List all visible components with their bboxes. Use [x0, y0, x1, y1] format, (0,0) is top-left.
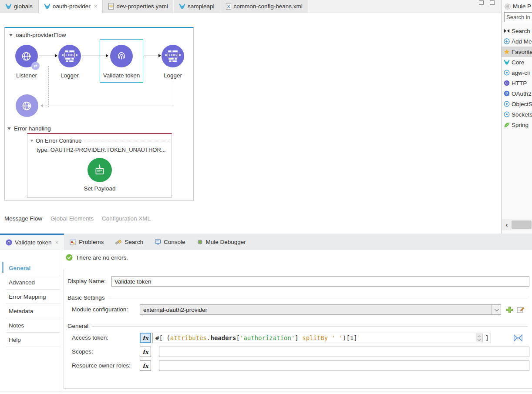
node-validate-token[interactable]	[110, 45, 133, 67]
node-set-payload[interactable]	[88, 158, 112, 182]
minimize-view-icon[interactable]	[479, 0, 484, 5]
bottom-tab-label: Mule Debugger	[206, 239, 246, 245]
add-config-button[interactable]	[505, 305, 514, 314]
nav-item-metadata[interactable]: Metadata	[6, 304, 61, 318]
resource-owner-roles-label: Resource owner roles:	[72, 361, 131, 371]
palette-item-sockets[interactable]: Sockets	[502, 109, 532, 120]
message-flow-canvas[interactable]: oauth-providerFlow ⇄ Listener LOG Logger…	[0, 13, 501, 234]
palette-item-label: Add Me	[512, 38, 532, 45]
node-response-listener[interactable]	[16, 94, 38, 117]
palette-item-spring[interactable]: Spring	[502, 120, 532, 130]
tab-global-elements[interactable]: Global Elements	[51, 215, 94, 222]
node-logger-2[interactable]: LOG	[162, 45, 184, 67]
tab-console[interactable]: Console	[149, 234, 191, 250]
tab-validate-token[interactable]: Validate token ×	[0, 234, 64, 250]
nav-item-general[interactable]: General	[6, 261, 61, 275]
module-icon	[504, 101, 510, 107]
dataweave-transform-icon[interactable]	[513, 333, 523, 343]
module-configuration-select[interactable]: external-oauth2-provider	[140, 304, 501, 315]
editor-tab-bar: globals oauth-provider × dev-properties.…	[0, 0, 501, 13]
scopes-input[interactable]	[159, 347, 529, 357]
palette-item-label: Favorite	[512, 49, 532, 55]
maximize-view-icon[interactable]	[490, 0, 495, 5]
scroll-left-icon[interactable]: ‹	[502, 219, 512, 230]
error-type-line: type: OAUTH2-PROVIDER:TOKEN_UNAUTHOR...	[37, 147, 166, 153]
node-label: Logger	[46, 72, 94, 79]
tab-message-flow[interactable]: Message Flow	[4, 215, 42, 222]
dotted-rule	[84, 141, 169, 141]
error-handling-header[interactable]: Error handling	[7, 125, 51, 132]
palette-item-search-exchange[interactable]: Search in	[502, 26, 532, 36]
resource-owner-roles-input[interactable]	[159, 361, 529, 371]
response-connector-line	[173, 83, 173, 106]
chevron-down-icon[interactable]	[491, 305, 501, 314]
editor-tab-globals[interactable]: globals	[0, 0, 38, 13]
collapse-triangle-icon[interactable]	[30, 140, 33, 142]
palette-item-oauth2[interactable]: OAuth2	[502, 88, 532, 99]
properties-nav: General Advanced Error Mapping Metadata …	[0, 250, 62, 394]
expression-spinner[interactable]	[476, 334, 483, 342]
palette-horizontal-scrollbar[interactable]: ‹	[502, 219, 532, 230]
display-name-input[interactable]	[111, 276, 529, 287]
mule-icon	[44, 3, 51, 10]
expression-text: #[ (attributes.headers['authorization'] …	[155, 334, 476, 341]
close-icon[interactable]: ×	[94, 3, 98, 10]
group-label: General	[67, 323, 88, 329]
http-module-icon	[504, 80, 510, 86]
fx-toggle-resource-owner-roles[interactable]: fx	[140, 361, 151, 371]
check-icon	[66, 254, 73, 261]
on-error-continue-header[interactable]: On Error Continue	[30, 137, 169, 144]
editor-tab-oauth-provider[interactable]: oauth-provider ×	[38, 0, 103, 13]
node-logger-1[interactable]: LOG	[58, 45, 81, 67]
editor-tab-sampleapi[interactable]: sampleapi	[174, 0, 220, 13]
tab-problems[interactable]: Problems	[64, 234, 109, 250]
bottom-tab-bar: Validate token × Problems Search Console…	[0, 234, 532, 250]
palette-item-label: Sockets	[512, 111, 532, 118]
close-icon[interactable]: ×	[55, 239, 59, 246]
problems-icon	[70, 239, 76, 245]
tab-search[interactable]: Search	[109, 234, 149, 250]
scrollbar-track[interactable]	[512, 220, 532, 229]
exchange-icon	[504, 28, 510, 34]
access-token-expression-input[interactable]: #[ (attributes.headers['authorization'] …	[152, 333, 491, 343]
palette-item-core[interactable]: Core	[502, 57, 532, 67]
palette-item-http[interactable]: HTTP	[502, 78, 532, 88]
flow-connector-arrow	[82, 56, 108, 56]
http-listener-icon	[21, 50, 33, 62]
nav-item-advanced[interactable]: Advanced	[6, 275, 61, 290]
fx-toggle-access-token[interactable]: fx	[140, 333, 151, 343]
palette-item-objectstore[interactable]: ObjectS	[502, 99, 532, 109]
palette-list: Search in Add Me Favorite Core agw-cli H…	[502, 26, 532, 130]
mule-icon	[179, 3, 185, 10]
module-icon	[504, 111, 510, 117]
error-handler-container[interactable]: On Error Continue type: OAUTH2-PROVIDER:…	[27, 133, 172, 198]
palette-search-input[interactable]	[504, 12, 532, 22]
collapse-triangle-icon[interactable]	[7, 127, 11, 130]
editor-tab-label: common-config-beans.xml	[234, 3, 303, 10]
tab-mule-debugger[interactable]: Mule Debugger	[191, 234, 252, 250]
editor-tab-common-config[interactable]: X common-config-beans.xml	[220, 0, 308, 13]
nav-item-help[interactable]: Help	[6, 333, 61, 347]
palette-item-add-module[interactable]: Add Me	[502, 36, 532, 47]
palette-item-agw-client[interactable]: agw-cli	[502, 67, 532, 78]
mule-icon	[504, 59, 510, 65]
window-controls	[479, 0, 495, 5]
editor-tab-label: sampleapi	[188, 3, 215, 10]
bottom-tab-label: Problems	[79, 239, 104, 245]
group-rule	[92, 326, 528, 327]
group-rule	[108, 298, 528, 298]
tab-configuration-xml[interactable]: Configuration XML	[102, 215, 151, 222]
xml-file-icon: X	[226, 3, 232, 10]
edit-config-button[interactable]	[516, 305, 525, 314]
scope-dashed-line	[48, 66, 49, 107]
status-row: There are no errors.	[66, 254, 128, 261]
fx-toggle-scopes[interactable]: fx	[140, 347, 151, 357]
expression-closing-bracket: ]	[485, 334, 489, 341]
nav-item-notes[interactable]: Notes	[6, 318, 61, 333]
palette-item-favorites[interactable]: Favorite	[502, 47, 532, 57]
mule-palette: Mule P Search in Add Me Favorite Core ag…	[501, 0, 532, 234]
nav-item-error-mapping[interactable]: Error Mapping	[6, 290, 61, 304]
editor-tab-dev-properties[interactable]: dev-properties.yaml	[103, 0, 174, 13]
collapse-triangle-icon[interactable]	[9, 34, 13, 37]
view-menu-icon[interactable]	[505, 3, 511, 10]
